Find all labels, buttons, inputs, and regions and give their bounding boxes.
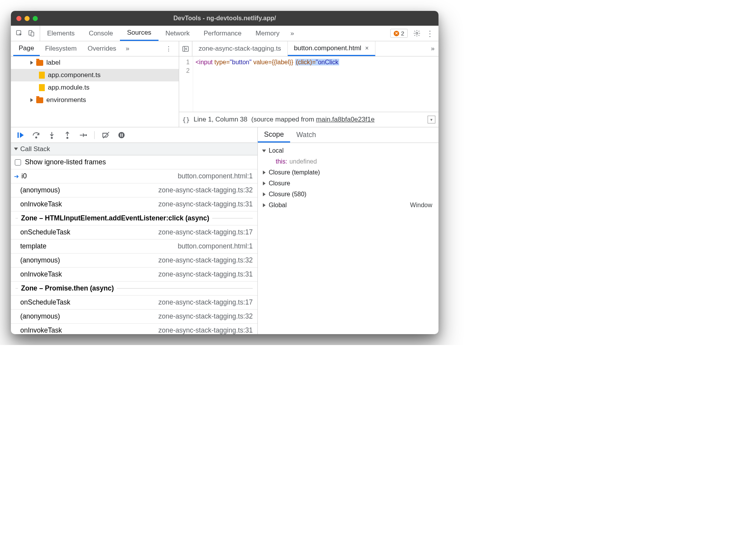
editor-more-icon[interactable]: » [427, 41, 438, 56]
tree-file[interactable]: app.module.ts [11, 81, 179, 94]
current-frame-icon: ➔ [14, 173, 19, 180]
caret-down-icon [14, 148, 18, 150]
tree-label: app.module.ts [48, 84, 90, 92]
callstack-header[interactable]: Call Stack [11, 143, 257, 155]
tree-label: label [46, 59, 60, 67]
device-toggle-icon[interactable] [28, 30, 35, 37]
code-content: <input type="button" value={{label}} (cl… [193, 56, 438, 112]
callstack-frame[interactable]: templatebutton.component.html:1 [11, 239, 257, 254]
close-icon[interactable] [16, 16, 21, 21]
caret-right-icon [263, 171, 266, 174]
svg-rect-2 [31, 32, 34, 36]
titlebar: DevTools - ng-devtools.netlify.app/ [11, 11, 438, 26]
traffic-lights [16, 16, 38, 21]
nav-tab-page[interactable]: Page [13, 41, 40, 56]
step-over-icon[interactable] [32, 131, 40, 139]
svg-point-9 [67, 137, 69, 139]
step-out-icon[interactable] [63, 131, 72, 139]
gear-icon[interactable] [413, 30, 421, 37]
scope-entry[interactable]: Closure [262, 178, 435, 189]
scope-entry[interactable]: GlobalWindow [262, 200, 435, 211]
navigator-panel: » ⋮ PageFilesystemOverrides label app.co… [11, 41, 179, 127]
callstack-frame[interactable]: onScheduleTaskzone-async-stack-tagging.t… [11, 225, 257, 239]
scope-variable[interactable]: this: undefined [262, 156, 435, 167]
coverage-icon[interactable]: ▾ [428, 116, 435, 123]
nav-more-icon[interactable]: » [122, 45, 133, 53]
kebab-icon[interactable]: ⋮ [426, 29, 434, 38]
svg-point-8 [51, 137, 53, 139]
scope-tab-scope[interactable]: Scope [258, 127, 290, 143]
tab-elements[interactable]: Elements [40, 26, 82, 41]
debugger-left: Call Stack Show ignore-listed frames ➔i0… [11, 127, 258, 334]
toggle-navigator-icon[interactable] [179, 41, 192, 56]
tree-file[interactable]: app.component.ts [11, 69, 179, 81]
step-into-icon[interactable] [48, 131, 56, 139]
pause-exceptions-icon[interactable] [117, 131, 126, 139]
svg-rect-6 [18, 132, 19, 138]
callstack-async-divider: Zone – Promise.then (async) [11, 282, 257, 296]
scope-tab-watch[interactable]: Watch [290, 127, 322, 143]
caret-right-icon [263, 203, 266, 207]
callstack-frame[interactable]: (anonymous)zone-async-stack-tagging.ts:3… [11, 183, 257, 197]
main-toolbar: ElementsConsoleSourcesNetworkPerformance… [11, 26, 438, 41]
caret-right-icon [263, 181, 266, 185]
nav-tab-overrides[interactable]: Overrides [82, 41, 122, 56]
callstack-frame[interactable]: ➔i0button.component.html:1 [11, 169, 257, 183]
minimize-icon[interactable] [25, 16, 30, 21]
callstack-frame[interactable]: onInvokeTaskzone-async-stack-tagging.ts:… [11, 268, 257, 282]
pretty-print-icon[interactable]: {} [182, 116, 190, 123]
editor-status: {} Line 1, Column 38 (source mapped from… [179, 112, 438, 127]
svg-point-3 [416, 32, 418, 34]
callstack-frame[interactable]: (anonymous)zone-async-stack-tagging.ts:3… [11, 254, 257, 268]
error-badge[interactable]: ✕ 2 [390, 29, 408, 38]
editor-tab[interactable]: zone-async-stack-tagging.ts [192, 41, 288, 56]
scope-entry[interactable]: Closure (580) [262, 189, 435, 200]
tree-folder-label[interactable]: label [11, 56, 179, 69]
error-icon: ✕ [394, 31, 399, 36]
step-icon[interactable] [79, 131, 87, 139]
callstack-frame[interactable]: onScheduleTaskzone-async-stack-tagging.t… [11, 296, 257, 310]
close-tab-icon[interactable]: × [365, 45, 369, 52]
tab-performance[interactable]: Performance [197, 26, 248, 41]
svg-point-12 [118, 132, 125, 138]
caret-right-icon [263, 192, 266, 196]
resume-icon[interactable] [16, 131, 25, 139]
checkbox-icon[interactable] [15, 159, 21, 166]
tab-memory[interactable]: Memory [248, 26, 286, 41]
callstack-async-divider: Zone – HTMLInputElement.addEventListener… [11, 211, 257, 225]
scope-entry[interactable]: Closure (template) [262, 167, 435, 178]
window-title: DevTools - ng-devtools.netlify.app/ [11, 15, 438, 22]
nav-kebab-icon[interactable]: ⋮ [161, 45, 176, 53]
callstack-frame[interactable]: onInvokeTaskzone-async-stack-tagging.ts:… [11, 197, 257, 211]
svg-point-10 [85, 134, 87, 136]
inspect-icon[interactable] [16, 30, 23, 37]
deactivate-breakpoints-icon[interactable] [102, 131, 110, 139]
scope-entry[interactable]: Local [262, 145, 435, 156]
tree-label: app.component.ts [48, 71, 100, 79]
tab-console[interactable]: Console [82, 26, 120, 41]
editor-panel: zone-async-stack-tagging.tsbutton.compon… [179, 41, 438, 127]
file-icon [39, 84, 45, 91]
file-icon [39, 72, 45, 79]
tab-sources[interactable]: Sources [120, 26, 158, 41]
tree-folder-env[interactable]: environments [11, 94, 179, 106]
source-map-link[interactable]: main.fa8bfa0e23f1e [316, 116, 375, 123]
svg-rect-14 [122, 134, 123, 137]
svg-rect-13 [120, 134, 121, 137]
caret-down-icon [262, 150, 266, 152]
editor-tab[interactable]: button.component.html× [288, 41, 375, 56]
file-tree: label app.component.ts app.module.ts env… [11, 56, 179, 127]
folder-icon [36, 97, 43, 103]
callstack-frame[interactable]: (anonymous)zone-async-stack-tagging.ts:3… [11, 310, 257, 324]
more-tabs-icon[interactable]: » [287, 26, 298, 41]
scope-panel: ScopeWatch Localthis: undefinedClosure (… [258, 127, 438, 334]
maximize-icon[interactable] [33, 16, 38, 21]
tree-label: environments [46, 96, 86, 104]
callstack-frame[interactable]: onInvokeTaskzone-async-stack-tagging.ts:… [11, 324, 257, 334]
nav-tab-filesystem[interactable]: Filesystem [40, 41, 82, 56]
show-ignored-row[interactable]: Show ignore-listed frames [11, 155, 257, 169]
tab-network[interactable]: Network [158, 26, 197, 41]
cursor-position: Line 1, Column 38 [194, 116, 247, 123]
code-editor[interactable]: 12 <input type="button" value={{label}} … [179, 56, 438, 112]
caret-right-icon [30, 61, 33, 65]
